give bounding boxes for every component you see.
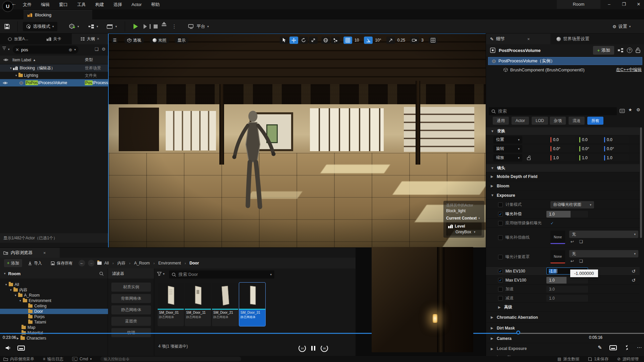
- save-button[interactable]: [4, 22, 10, 31]
- skip-forward-30-button[interactable]: 30: [321, 345, 328, 352]
- output-log-button[interactable]: ≡ 输出日志: [43, 356, 63, 362]
- view-mode-dropdown[interactable]: 光照: [150, 37, 169, 44]
- select-mode-dropdown[interactable]: 选项模式▾: [23, 22, 57, 31]
- filter-skeletal-mesh[interactable]: 骨骼网格体: [111, 294, 151, 303]
- tab-levels[interactable]: 关卡: [36, 34, 72, 44]
- outliner-row-lighting[interactable]: ▾ Lighting 文件夹: [0, 72, 108, 79]
- tree-item-ceiling[interactable]: Ceiling: [0, 303, 108, 309]
- rotation-y-field[interactable]: 0.0°: [579, 145, 604, 152]
- platforms-dropdown[interactable]: 平台▾: [188, 22, 209, 31]
- move-tool-button[interactable]: [289, 37, 298, 44]
- browse-to-asset-icon[interactable]: ❏: [579, 239, 583, 244]
- close-icon[interactable]: ×: [527, 37, 530, 42]
- tree-item-aroom[interactable]: ▾A_Room: [0, 293, 108, 298]
- display-options-icon[interactable]: [620, 109, 625, 113]
- section-transform[interactable]: ▼变换: [486, 127, 640, 135]
- subtitles-icon[interactable]: [609, 345, 617, 350]
- close-button[interactable]: ✕: [632, 0, 644, 9]
- breadcrumb-environment[interactable]: Environment: [158, 261, 181, 265]
- breadcrumb-aroom[interactable]: A_Room: [134, 261, 150, 265]
- outliner-row-postprocessvolume[interactable]: PoPostProcessVolume PostProcess: [0, 79, 108, 86]
- col-type[interactable]: 类型: [85, 57, 93, 63]
- filter-blueprint-class[interactable]: 蓝图类: [111, 317, 151, 326]
- outliner-filter-icon[interactable]: [2, 46, 7, 51]
- play-button[interactable]: [133, 22, 138, 31]
- filter-pill-actor[interactable]: Actor: [512, 117, 529, 125]
- scale-unlock-icon[interactable]: [527, 156, 531, 160]
- tab-place-actors[interactable]: 放置A...: [0, 34, 36, 44]
- scale-x-field[interactable]: 1.0: [550, 155, 575, 161]
- chevron-down-icon[interactable]: ▾: [74, 48, 76, 51]
- search-icon[interactable]: [99, 272, 104, 276]
- section-mobile-dof[interactable]: ▶Mobile Depth of Field: [486, 172, 640, 181]
- max-ev-slider[interactable]: 1.0: [546, 277, 588, 284]
- menu-window[interactable]: 窗口: [54, 0, 72, 9]
- metering-dropdown[interactable]: 自动曝光柱状图▾: [550, 201, 594, 208]
- eject-button[interactable]: [162, 22, 166, 31]
- player-back-arrow-icon[interactable]: ←: [11, 1, 16, 6]
- select-tool-button[interactable]: [280, 37, 288, 44]
- grid-snap-button[interactable]: [343, 37, 352, 44]
- menu-file[interactable]: 文件: [18, 0, 36, 9]
- outliner-settings-gear-icon[interactable]: ⚙: [102, 47, 106, 52]
- plus-circle-icon[interactable]: ⊕: [69, 47, 72, 52]
- rotation-snap-button[interactable]: [364, 37, 373, 44]
- cinematics-dropdown[interactable]: ▾: [107, 22, 117, 31]
- expand-arrow-icon[interactable]: ▾: [10, 66, 12, 70]
- compensation-checkbox[interactable]: ✓: [498, 212, 503, 217]
- camera-speed-value[interactable]: 3: [420, 38, 425, 43]
- stop-button[interactable]: [154, 22, 158, 31]
- import-button[interactable]: 导入: [25, 259, 45, 267]
- asset-card-sm-door-21[interactable]: SM_Door_21 静态网格体: [212, 283, 238, 326]
- tree-item-characters[interactable]: ▶Characters: [0, 336, 108, 341]
- section-chromatic-aberration[interactable]: ▶Chromatic Aberration: [486, 312, 640, 322]
- physical-value-checkbox[interactable]: ✓: [550, 221, 554, 226]
- section-camera[interactable]: ▶Camera: [486, 334, 640, 343]
- grid-snap-value[interactable]: 10: [353, 38, 360, 43]
- blueprints-dropdown[interactable]: ▾: [88, 22, 98, 31]
- tree-item-all[interactable]: ▾All: [0, 282, 108, 287]
- speed-up-field[interactable]: 3.0: [546, 286, 588, 293]
- back-button[interactable]: ←: [78, 260, 85, 266]
- frame-skip-button[interactable]: [144, 22, 151, 31]
- favorites-star-icon[interactable]: ★: [628, 107, 632, 112]
- level-viewport[interactable]: ☰ 透视 光照 显示 10 10° 0.25 3 选择其中的Actor Bloc…: [108, 34, 486, 247]
- use-selected-icon[interactable]: ↩: [571, 259, 574, 263]
- filter-material-instance[interactable]: 材质实例: [111, 283, 151, 292]
- rotate-tool-button[interactable]: [299, 37, 308, 44]
- tree-item-content[interactable]: ▾内容: [0, 287, 108, 293]
- tab-details[interactable]: ✎ 细节 ×: [486, 34, 550, 44]
- section-dirt-mask[interactable]: ▶Dirt Mask: [486, 323, 640, 333]
- col-item-label[interactable]: Item Label: [12, 58, 31, 62]
- tree-item-environment[interactable]: ▾Environment: [0, 298, 108, 303]
- camera-speed-button[interactable]: [410, 37, 419, 44]
- section-lens[interactable]: ▼镜头: [486, 164, 640, 172]
- breadcrumb-door[interactable]: Door: [190, 261, 199, 265]
- mannequin-character[interactable]: [228, 109, 278, 210]
- filter-pill-streaming[interactable]: 流送: [569, 117, 585, 125]
- clear-search-icon[interactable]: ✕: [15, 47, 19, 52]
- section-exposure[interactable]: ▼Exposure: [486, 191, 640, 200]
- scale-y-field[interactable]: 1.0: [579, 155, 604, 161]
- curve-asset-thumbnail[interactable]: None: [550, 231, 565, 244]
- asset-card-sm-door-11[interactable]: SM_Door_11 静态网格体: [185, 283, 211, 326]
- mask-asset-thumbnail[interactable]: None: [550, 250, 565, 263]
- filter-static-mesh[interactable]: 静态网格体: [111, 305, 151, 314]
- tab-outliner[interactable]: 大纲 ×: [72, 34, 108, 44]
- perspective-dropdown[interactable]: 透视: [124, 37, 144, 44]
- annotate-pencil-icon[interactable]: ✎: [598, 345, 602, 351]
- breadcrumb-content[interactable]: 内容: [117, 260, 125, 266]
- tree-root-row[interactable]: ▾ Room: [0, 268, 108, 279]
- close-icon[interactable]: ×: [43, 250, 46, 255]
- rotation-x-field[interactable]: 0.0°: [550, 145, 575, 152]
- tree-item-door[interactable]: Door: [0, 309, 108, 314]
- component-row-brush[interactable]: BrushComponent (BrushComponent0) 在C++中编辑: [486, 66, 644, 74]
- chevron-down-icon[interactable]: ▾: [270, 273, 272, 276]
- rotation-snap-value[interactable]: 10°: [374, 38, 382, 43]
- restore-button[interactable]: ❐: [617, 0, 631, 9]
- unsaved-button[interactable]: 1未保存: [588, 356, 608, 362]
- settings-dropdown[interactable]: ⚙ 设置▾: [612, 22, 631, 31]
- component-row-instance[interactable]: PostProcessVolume（实例）: [488, 57, 642, 65]
- speed-down-checkbox[interactable]: [498, 296, 503, 301]
- scale-tool-button[interactable]: [309, 37, 318, 44]
